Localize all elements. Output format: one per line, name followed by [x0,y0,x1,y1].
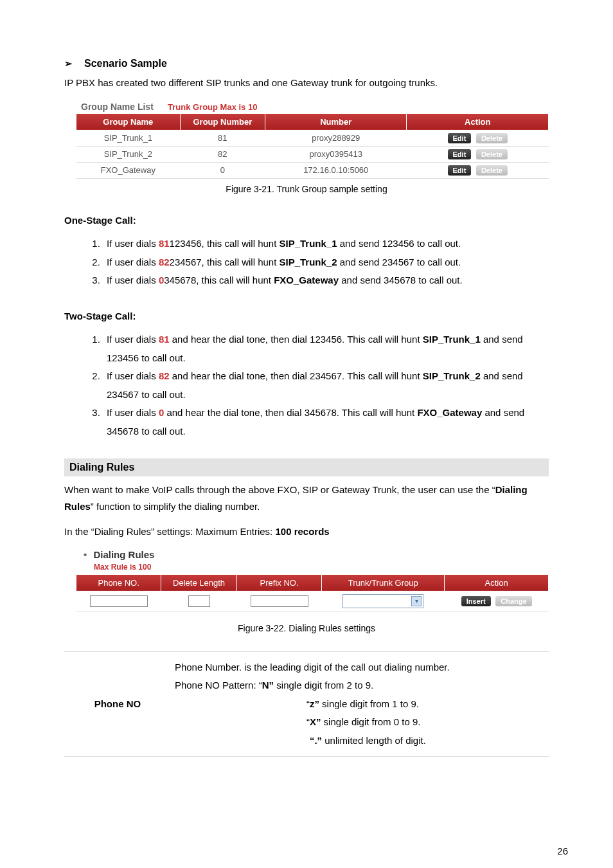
one-stage-list: If user dials 81123456, this call will h… [64,235,549,290]
dialing-rules-max-entries: In the “Dialing Rules” settings: Maximum… [64,523,549,540]
dialing-rules-intro: When want to make VoIP calls through the… [64,482,549,514]
dialing-rules-table: Phone NO. Delete Length Prefix NO. Trunk… [76,574,549,611]
dialing-rules-panel-title: • Dialing Rules [76,547,549,561]
table-row: FXO_Gateway 0 172.16.0.10:5060 Edit Dele… [76,162,549,178]
insert-button[interactable]: Insert [461,596,491,606]
th-action: Action [407,113,549,130]
dialing-rules-section-title: Dialing Rules [64,458,549,476]
def-value-phone-no: Phone Number. is the leading digit of th… [171,651,549,757]
table-row: SIP_Trunk_2 82 proxy0395413 Edit Delete [76,146,549,162]
figure-caption-3-22: Figure 3-22. Dialing Rules settings [64,623,549,633]
figure-caption-3-21: Figure 3-21. Trunk Group sample setting [64,184,549,194]
delete-button[interactable]: Delete [476,165,508,176]
th-delete-length: Delete Length [161,574,237,591]
list-item: If user dials 0 and hear the dial tone, … [103,404,549,440]
list-item: If user dials 82 and hear the dial tone,… [103,367,549,404]
scenario-heading-text: Scenario Sample [84,58,167,69]
bullet-icon: • [84,549,87,560]
chevron-down-icon: ▾ [411,596,422,606]
scenario-intro: IP PBX has created two different SIP tru… [64,75,549,91]
two-stage-list: If user dials 81 and hear the dial tone,… [64,330,549,440]
phone-no-input[interactable] [90,595,148,607]
two-stage-heading: Two-Stage Call: [64,308,549,325]
page-number: 26 [557,845,568,856]
list-item: If user dials 81 and hear the dial tone,… [103,330,549,367]
th-group-name: Group Name [76,113,181,130]
change-button[interactable]: Change [495,596,531,606]
edit-button[interactable]: Edit [448,165,472,176]
th-number: Number [265,113,407,130]
dialing-rules-panel-subtitle: Max Rule is 100 [76,561,549,574]
list-item: If user dials 0345678, this call will hu… [103,271,549,290]
table-row: SIP_Trunk_1 81 proxy288929 Edit Delete [76,130,549,146]
edit-button[interactable]: Edit [448,149,472,159]
th-phone-no: Phone NO. [76,574,161,591]
arrow-icon: ➢ [64,58,73,69]
group-list-title: Group Name List [76,98,159,113]
one-stage-heading: One-Stage Call: [64,212,549,229]
group-name-table: Group Name Group Number Number Action SI… [76,113,549,179]
list-item: If user dials 82234567, this call will h… [103,253,549,272]
delete-button[interactable]: Delete [476,133,508,143]
prefix-no-input[interactable] [251,595,308,607]
table-row: ▾ Insert Change [76,591,549,611]
def-key-phone-no: Phone NO [64,651,171,757]
th-trunk-group: Trunk/Trunk Group [322,574,445,591]
scenario-heading: ➢ Scenario Sample [64,58,549,69]
delete-button[interactable]: Delete [476,149,508,159]
edit-button[interactable]: Edit [448,133,472,143]
list-item: If user dials 81123456, this call will h… [103,235,549,253]
trunk-group-select[interactable]: ▾ [342,594,423,608]
th-prefix-no: Prefix NO. [236,574,321,591]
group-list-subtitle: Trunk Group Max is 10 [161,102,257,112]
th-action: Action [445,574,549,591]
delete-length-input[interactable] [188,595,210,607]
phone-no-definition-table: Phone NO Phone Number. is the leading di… [64,651,549,757]
th-group-number: Group Number [180,113,265,130]
